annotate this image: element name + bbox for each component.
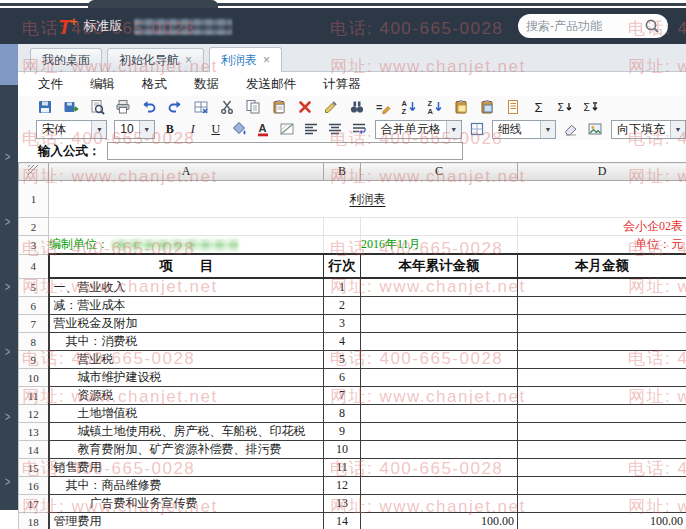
ytd-amount-cell[interactable] [361, 423, 518, 441]
sidebar-expand-chevron-icon[interactable]: > [5, 472, 15, 490]
menu-文件[interactable]: 文件 [38, 76, 63, 93]
ytd-amount-cell[interactable] [361, 297, 518, 315]
row-header-7[interactable]: 7 [19, 315, 49, 333]
item-cell[interactable]: 一、营业收入 [49, 278, 324, 297]
item-cell[interactable]: 广告费和业务宣传费 [49, 495, 324, 513]
close-icon[interactable]: × [185, 53, 192, 67]
item-cell[interactable]: 城镇土地使用税、房产税、车船税、印花税 [49, 423, 324, 441]
item-cell[interactable]: 资源税 [49, 387, 324, 405]
month-amount-cell[interactable] [518, 423, 686, 441]
insert-picture-icon[interactable] [587, 121, 604, 138]
cell-a2[interactable] [49, 218, 324, 236]
sidebar-expand-chevron-icon[interactable]: > [5, 407, 15, 425]
search-box[interactable] [518, 14, 668, 38]
cut-icon[interactable] [218, 99, 235, 116]
row-header-15[interactable]: 15 [19, 459, 49, 477]
item-cell[interactable]: 减：营业成本 [49, 297, 324, 315]
undo-icon[interactable] [140, 99, 157, 116]
ytd-amount-cell[interactable] [361, 459, 518, 477]
paste-value-icon[interactable] [478, 99, 495, 116]
format-painter-icon[interactable] [322, 99, 339, 116]
row-header-1[interactable]: 1 [19, 181, 49, 218]
month-amount-cell[interactable] [518, 459, 686, 477]
italic-button[interactable]: I [185, 120, 201, 138]
line-number-cell[interactable]: 9 [324, 423, 361, 441]
tab-利润表[interactable]: 利润表× [209, 47, 282, 72]
row-header-8[interactable]: 8 [19, 333, 49, 351]
sidebar-active-block[interactable] [0, 44, 18, 85]
sum-column-icon[interactable]: Σ [556, 99, 573, 116]
unit-cell[interactable]: 单位：元 [518, 236, 686, 255]
fill-color-icon[interactable] [231, 121, 248, 138]
borders-icon[interactable] [469, 121, 485, 138]
sort-descending-icon[interactable]: ZA [426, 99, 443, 116]
tab-我的桌面[interactable]: 我的桌面 [30, 48, 102, 71]
line-number-cell[interactable]: 3 [324, 315, 361, 333]
sort-ascending-icon[interactable]: AZ [400, 99, 417, 116]
merge-cells-select[interactable]: 合并单元格▼ [375, 120, 462, 139]
item-cell[interactable]: 其中：消费税 [49, 333, 324, 351]
prepared-by-cell[interactable]: 编制单位： [49, 236, 324, 255]
row-header-5[interactable]: 5 [19, 278, 49, 297]
row-header-18[interactable]: 18 [19, 513, 49, 529]
item-cell[interactable]: 城市维护建设税 [49, 369, 324, 387]
line-number-cell[interactable]: 10 [324, 441, 361, 459]
sum-row-icon[interactable]: Σ [582, 99, 599, 116]
bold-button[interactable]: B [162, 120, 178, 138]
header-item-cell[interactable]: 项 目 [49, 254, 324, 278]
line-number-cell[interactable]: 8 [324, 405, 361, 423]
month-amount-cell[interactable] [518, 369, 686, 387]
refresh-grid-icon[interactable] [192, 99, 209, 116]
line-number-cell[interactable]: 4 [324, 333, 361, 351]
line-number-cell[interactable]: 7 [324, 387, 361, 405]
ytd-amount-cell[interactable] [361, 387, 518, 405]
row-header-14[interactable]: 14 [19, 441, 49, 459]
month-amount-cell[interactable] [518, 441, 686, 459]
row-header-6[interactable]: 6 [19, 297, 49, 315]
eraser-icon[interactable] [563, 121, 580, 138]
line-number-cell[interactable]: 2 [324, 297, 361, 315]
cell-c2[interactable] [361, 218, 518, 236]
row-header-2[interactable]: 2 [19, 218, 49, 236]
row-header-10[interactable]: 10 [19, 369, 49, 387]
menu-发送邮件[interactable]: 发送邮件 [246, 76, 296, 93]
sidebar-expand-chevron-icon[interactable]: > [5, 277, 15, 295]
month-amount-cell[interactable] [518, 477, 686, 495]
report-title-cell[interactable]: 利润表 [49, 181, 686, 218]
ytd-amount-cell[interactable] [361, 441, 518, 459]
edit-formula-icon[interactable]: = [374, 99, 391, 116]
delete-icon[interactable] [296, 99, 313, 116]
row-header-3[interactable]: 3 [19, 236, 49, 255]
month-amount-cell[interactable]: 100.00 [518, 513, 686, 529]
row-header-16[interactable]: 16 [19, 477, 49, 495]
column-header-a[interactable]: A [49, 163, 324, 181]
font-size-select[interactable]: 10▼ [114, 120, 154, 139]
close-icon[interactable]: × [263, 53, 270, 67]
underline-button[interactable]: U [208, 120, 224, 138]
cell-b3[interactable] [324, 236, 361, 255]
align-left-icon[interactable] [303, 121, 320, 138]
column-header-c[interactable]: C [361, 163, 518, 181]
menu-编辑[interactable]: 编辑 [90, 76, 115, 93]
month-amount-cell[interactable] [518, 315, 686, 333]
sidebar-expand-chevron-icon[interactable]: > [5, 212, 15, 230]
cell-pattern-icon[interactable] [279, 121, 296, 138]
header-ytd-cell[interactable]: 本年累计金额 [361, 254, 518, 278]
month-amount-cell[interactable] [518, 297, 686, 315]
column-header-b[interactable]: B [324, 163, 361, 181]
find-icon[interactable] [348, 99, 365, 116]
item-cell[interactable]: 其中：商品维修费 [49, 477, 324, 495]
row-header-17[interactable]: 17 [19, 495, 49, 513]
tab-初始化导航[interactable]: 初始化导航× [107, 48, 204, 71]
menu-数据[interactable]: 数据 [194, 76, 219, 93]
item-cell[interactable]: 营业税 [49, 351, 324, 369]
copy-icon[interactable] [244, 99, 261, 116]
ytd-amount-cell[interactable] [361, 333, 518, 351]
line-number-cell[interactable]: 11 [324, 459, 361, 477]
month-amount-cell[interactable] [518, 387, 686, 405]
month-amount-cell[interactable] [518, 495, 686, 513]
line-number-cell[interactable]: 5 [324, 351, 361, 369]
column-header-d[interactable]: D [518, 163, 686, 181]
ytd-amount-cell[interactable]: 100.00 [361, 513, 518, 529]
report-code-cell[interactable]: 会小企02表 [518, 218, 686, 236]
